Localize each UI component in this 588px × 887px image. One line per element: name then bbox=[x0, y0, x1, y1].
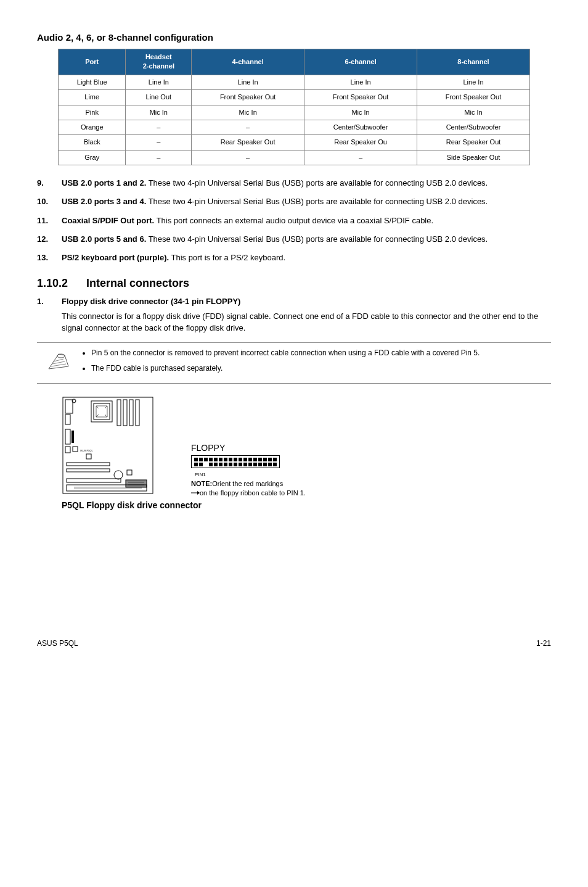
svg-rect-19 bbox=[86, 454, 91, 459]
motherboard-diagram: /SUS P5QL bbox=[62, 396, 154, 498]
svg-rect-21 bbox=[67, 469, 110, 472]
list-item: 11.Coaxial S/PDIF Out port. This port co… bbox=[37, 215, 551, 226]
diagram-area: /SUS P5QL FLOPPY bbox=[62, 396, 551, 511]
audio-config-heading: Audio 2, 4, 6, or 8-channel configuratio… bbox=[37, 31, 551, 44]
svg-rect-17 bbox=[73, 447, 78, 452]
table-row: PinkMic InMic InMic InMic In bbox=[59, 105, 530, 120]
arrow-icon bbox=[191, 489, 200, 498]
table-row: Light BlueLine InLine InLine InLine In bbox=[59, 75, 530, 89]
svg-rect-5 bbox=[65, 400, 73, 413]
audio-config-table: Port Headset 2-channel 4-channel 6-chann… bbox=[58, 49, 530, 165]
connector-description: This connector is for a floppy disk driv… bbox=[62, 311, 551, 333]
svg-rect-14 bbox=[65, 429, 70, 444]
diagram-caption: P5QL Floppy disk drive connector bbox=[62, 500, 551, 512]
svg-point-22 bbox=[114, 471, 123, 479]
table-row: Gray–––Side Speaker Out bbox=[59, 150, 530, 165]
th-8ch: 8-channel bbox=[417, 49, 530, 75]
svg-rect-10 bbox=[123, 400, 127, 426]
connector-item-1: 1. Floppy disk drive connector (34-1 pin… bbox=[37, 296, 551, 307]
svg-rect-20 bbox=[67, 463, 110, 466]
table-row: LimeLine OutFront Speaker OutFront Speak… bbox=[59, 90, 530, 105]
th-4ch: 4-channel bbox=[192, 49, 304, 75]
note-box: Pin 5 on the connector is removed to pre… bbox=[37, 342, 551, 384]
svg-rect-7 bbox=[91, 401, 112, 422]
footer-right: 1-21 bbox=[536, 638, 551, 649]
svg-text:/SUS P5QL: /SUS P5QL bbox=[80, 449, 93, 452]
svg-rect-15 bbox=[71, 431, 74, 443]
orient-note: NOTE:Orient the red markings on the flop… bbox=[191, 479, 306, 498]
svg-rect-11 bbox=[129, 400, 133, 426]
port-list: 9.USB 2.0 ports 1 and 2. These two 4-pin… bbox=[37, 178, 551, 263]
list-item: 13.PS/2 keyboard port (purple). This por… bbox=[37, 252, 551, 263]
svg-line-3 bbox=[51, 364, 66, 366]
note-icon bbox=[37, 348, 80, 374]
note-list: Pin 5 on the connector is removed to pre… bbox=[80, 348, 480, 379]
table-row: Orange––Center/SubwooferCenter/Subwoofer bbox=[59, 120, 530, 134]
th-6ch: 6-channel bbox=[304, 49, 417, 75]
floppy-label: FLOPPY bbox=[191, 442, 306, 455]
svg-rect-13 bbox=[65, 415, 70, 424]
th-port: Port bbox=[59, 49, 126, 75]
list-item: 12.USB 2.0 ports 5 and 6. These two 4-pi… bbox=[37, 234, 551, 245]
svg-rect-16 bbox=[65, 447, 70, 453]
svg-rect-9 bbox=[117, 400, 121, 426]
pin-strip bbox=[191, 455, 280, 468]
table-row: Black–Rear Speaker OutRear Speaker OuRea… bbox=[59, 135, 530, 150]
svg-rect-27 bbox=[67, 479, 121, 482]
pin1-label: PIN1 bbox=[195, 471, 306, 478]
note-item: The FDD cable is purchased separately. bbox=[91, 363, 480, 374]
page-footer: ASUS P5QL 1-21 bbox=[37, 635, 551, 649]
svg-rect-23 bbox=[127, 470, 132, 475]
note-item: Pin 5 on the connector is removed to pre… bbox=[91, 348, 480, 358]
svg-rect-12 bbox=[136, 400, 139, 426]
th-headset: Headset 2-channel bbox=[126, 49, 192, 75]
footer-left: ASUS P5QL bbox=[37, 638, 78, 649]
floppy-connector-diagram: FLOPPY PIN1 NOTE:Orient the red markings… bbox=[191, 442, 306, 498]
svg-line-2 bbox=[52, 361, 65, 364]
svg-rect-24 bbox=[126, 480, 147, 487]
list-item: 9.USB 2.0 ports 1 and 2. These two 4-pin… bbox=[37, 178, 551, 189]
list-item: 10.USB 2.0 ports 3 and 4. These two 4-pi… bbox=[37, 196, 551, 207]
subsection-heading: 1.10.2Internal connectors bbox=[37, 276, 551, 291]
